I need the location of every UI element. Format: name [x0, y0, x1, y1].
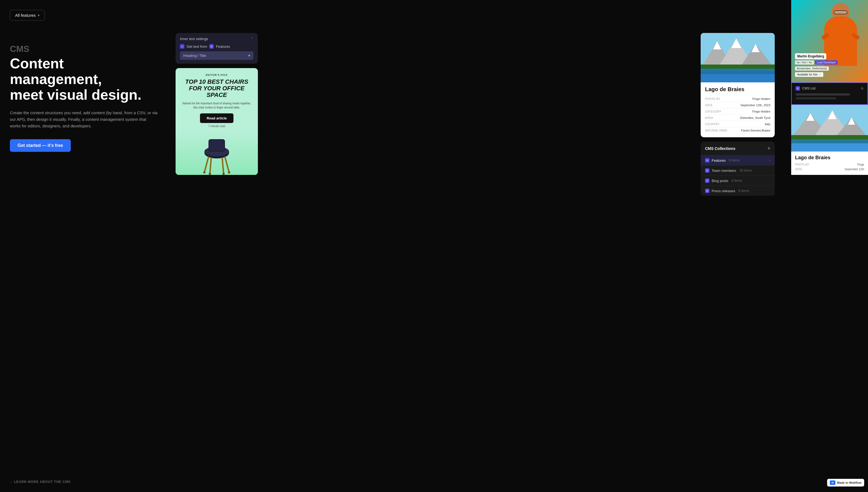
date-value-2: September 12th: [845, 168, 864, 171]
add-collection-button[interactable]: +: [767, 146, 770, 151]
far-right-panel: Martin Engelbärg he / him / his Lead Dev…: [791, 0, 868, 492]
svg-point-11: [222, 173, 225, 175]
location-field-row: COUNTRYItaly: [705, 121, 770, 127]
svg-line-6: [210, 158, 211, 174]
role-badge: Lead Developer: [815, 60, 838, 65]
location-card: Lago de Braies PHOTO BYFinge HoldenDATES…: [701, 33, 775, 137]
cms-collections-panel: CMS Collections + ⊟ Features 8 items › ⊟…: [701, 142, 775, 196]
cms-db-icon: ⊟: [705, 178, 709, 183]
webflow-badge-label: Made in Webflow: [837, 481, 861, 484]
cms-list-placeholder-1: [795, 93, 850, 96]
profile-location: Amsterdam, Netherlands: [795, 67, 829, 71]
location-name: Lago de Braies: [705, 86, 770, 93]
cms-list-placeholder-2: [795, 97, 837, 99]
svg-point-10: [209, 173, 211, 175]
checkbox-icon[interactable]: ✓: [180, 44, 184, 49]
location-card-2: Lago de Braies PHOTO BY Finge DATE Septe…: [791, 105, 868, 175]
heading-select-dropdown[interactable]: Heading / Title ▾: [180, 51, 254, 60]
get-started-button[interactable]: Get started — it's free: [10, 139, 71, 152]
location-image: [701, 33, 775, 82]
article-card-inner: EDITOR'S PICK TOP 10 BEST CHAIRS FOR YOU…: [176, 68, 258, 128]
profile-name: Martin Engelbärg: [795, 53, 826, 59]
cms-items-list: ⊟ Features 8 items › ⊟ Team members 38 i…: [701, 155, 775, 196]
webflow-badge: W Made in Webflow: [827, 479, 864, 487]
location-info: Lago de Braies PHOTO BYFinge HoldenDATES…: [701, 82, 775, 137]
date-label-2: DATE: [795, 168, 802, 171]
middle-column: Inner text settings ⌃ ✓ Get text from ⊟ …: [176, 33, 263, 175]
cms-db-icon: ⊟: [705, 158, 709, 163]
arrow-down-icon: ↓: [10, 480, 12, 484]
profile-tags: Martin Engelbärg he / him / his Lead Dev…: [795, 53, 838, 77]
minute-read: 7 minute read: [181, 125, 253, 128]
svg-point-9: [228, 171, 230, 174]
cms-item-label: Press releases: [712, 189, 735, 193]
database-icon: ⊟: [209, 44, 214, 49]
location-card-2-info: Lago de Braies PHOTO BY Finge DATE Septe…: [791, 151, 868, 175]
cms-item-count: 8 items: [729, 158, 740, 162]
svg-line-7: [222, 158, 223, 174]
inner-text-title: Inner text settings: [180, 37, 208, 41]
cms-item-label: Features: [712, 158, 726, 163]
all-features-dropdown[interactable]: All features ▾: [10, 10, 45, 21]
chevron-down-icon: ▾: [38, 14, 40, 17]
cms-collection-item[interactable]: ⊟ Press releases 8 items: [701, 186, 775, 196]
pronoun-badge: he / him / his: [795, 60, 814, 65]
learn-more-label: LEARN MORE ABOUT THE CMS: [14, 480, 71, 484]
cms-collection-item[interactable]: ⊟ Blog posts 8 items: [701, 175, 775, 186]
svg-line-4: [204, 157, 209, 172]
heading-select-value: Heading / Title: [183, 53, 206, 58]
cms-item-count: 8 items: [732, 179, 742, 182]
svg-rect-3: [209, 140, 225, 151]
right-panel: Lago de Braies PHOTO BYFinge HoldenDATES…: [701, 33, 775, 196]
hero-label: CMS: [10, 44, 158, 54]
cms-item-count: 8 items: [738, 189, 749, 193]
hero-title: Content management,meet visual design.: [10, 56, 158, 103]
source-label: Features: [216, 45, 230, 49]
cms-list-label: CMS List: [802, 87, 816, 90]
svg-line-5: [225, 157, 229, 172]
cms-item-arrow: ›: [769, 158, 770, 163]
collapse-icon[interactable]: ⌃: [251, 37, 254, 41]
settings-icon[interactable]: ⚙: [861, 87, 864, 90]
cms-collection-item[interactable]: ⊟ Features 8 items ›: [701, 155, 775, 165]
available-for-hire-button[interactable]: Available for hire →: [795, 72, 823, 77]
cms-collection-item[interactable]: ⊟ Team members 38 items: [701, 165, 775, 175]
photo-by-value-2: Finge: [857, 163, 864, 166]
profile-card: Martin Engelbärg he / him / his Lead Dev…: [791, 0, 868, 82]
svg-marker-21: [701, 71, 775, 82]
location-2-photo-row: PHOTO BY Finge: [795, 162, 864, 167]
cms-collections-title: CMS Collections: [705, 146, 735, 151]
location-field-row: NATURAL PARKFanes-Sennes-Braies: [705, 127, 770, 133]
location-field-row: AREADolomites, South Tyrol: [705, 115, 770, 121]
cms-item-label: Blog posts: [712, 179, 728, 183]
profile-badges: he / him / his Lead Developer: [795, 60, 838, 65]
chevron-down-icon: ▾: [248, 53, 250, 58]
all-features-label: All features: [15, 13, 36, 18]
webflow-logo: W: [830, 481, 835, 485]
cms-db-icon: ⊟: [705, 189, 709, 193]
read-article-button[interactable]: Read article: [200, 114, 234, 123]
get-text-row: ✓ Get text from ⊟ Features: [180, 44, 254, 49]
location-field-row: CATEGORYFinge Holden: [705, 108, 770, 115]
get-text-label: Get text from: [187, 45, 207, 49]
cms-item-label: Team members: [712, 169, 736, 173]
cms-list-icon: ⊟: [795, 86, 800, 91]
svg-rect-31: [791, 139, 868, 151]
article-title: TOP 10 BEST CHAIRS FOR YOUR OFFICE SPACE: [181, 78, 253, 99]
inner-text-settings-panel: Inner text settings ⌃ ✓ Get text from ⊟ …: [176, 33, 258, 64]
cms-list-section: ⊟ CMS List ⚙: [791, 82, 868, 105]
learn-more-link[interactable]: ↓ LEARN MORE ABOUT THE CMS: [10, 480, 71, 484]
cms-collections-header: CMS Collections +: [701, 142, 775, 155]
location-2-date-row: DATE September 12th: [795, 167, 864, 172]
location-fields: PHOTO BYFinge HoldenDATESeptember 12th, …: [705, 96, 770, 133]
hero-description: Create the content structures you need, …: [10, 109, 158, 129]
article-description: Named for the important ritual of sharin…: [181, 101, 253, 109]
photo-by-label-2: PHOTO BY: [795, 163, 809, 166]
editors-pick-label: EDITOR'S PICK: [181, 74, 253, 76]
location-field-row: DATESeptember 12th, 2023: [705, 102, 770, 108]
inner-text-header: Inner text settings ⌃: [180, 37, 254, 41]
svg-point-8: [203, 171, 206, 174]
cms-item-count: 38 items: [740, 169, 752, 172]
cms-db-icon: ⊟: [705, 168, 709, 173]
article-card: EDITOR'S PICK TOP 10 BEST CHAIRS FOR YOU…: [176, 68, 258, 175]
